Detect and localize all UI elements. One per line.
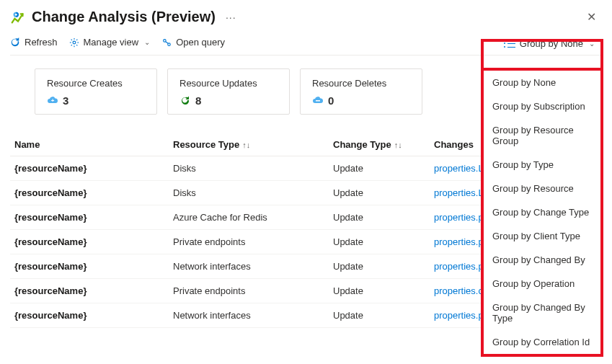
cell-name: {resourceName} bbox=[10, 285, 173, 296]
list-icon bbox=[505, 40, 515, 48]
cell-type: Disks bbox=[173, 163, 333, 174]
svg-point-1 bbox=[15, 13, 17, 15]
page-title: Change Analysis (Preview) bbox=[32, 9, 216, 25]
cell-change-type: Update bbox=[333, 261, 434, 272]
cell-type: Azure Cache for Redis bbox=[173, 212, 333, 223]
toolbar: Refresh Manage view ⌄ Open query Group b… bbox=[10, 32, 603, 56]
svg-line-10 bbox=[76, 39, 77, 40]
col-change-type[interactable]: Change Type↑↓ bbox=[333, 139, 434, 150]
svg-rect-15 bbox=[316, 100, 320, 102]
group-by-dropdown: Group by NoneGroup by SubscriptionGroup … bbox=[481, 68, 603, 357]
cloud-plus-icon: + bbox=[47, 95, 58, 107]
cell-change-type: Update bbox=[333, 236, 434, 247]
cell-type: Network interfaces bbox=[173, 310, 333, 321]
dropdown-item[interactable]: Group by Subscription bbox=[484, 94, 600, 118]
cell-type: Private endpoints bbox=[173, 285, 333, 296]
sort-icon: ↑↓ bbox=[394, 141, 402, 149]
cell-type: Private endpoints bbox=[173, 236, 333, 247]
dropdown-item[interactable]: Group by Operation bbox=[484, 272, 600, 296]
card-resource-creates: Resource Creates + 3 bbox=[35, 68, 157, 115]
card-value: 3 bbox=[63, 94, 68, 107]
dropdown-item[interactable]: Group by None bbox=[484, 71, 600, 94]
cell-name: {resourceName} bbox=[10, 261, 173, 272]
cell-change-type: Update bbox=[333, 310, 434, 321]
cloud-sync-icon bbox=[179, 95, 191, 107]
close-button[interactable]: ✕ bbox=[582, 7, 600, 27]
open-query-label: Open query bbox=[176, 37, 225, 48]
open-query-button[interactable]: Open query bbox=[161, 37, 225, 48]
card-label: Resource Creates bbox=[47, 78, 145, 89]
cell-name: {resourceName} bbox=[10, 163, 173, 174]
cell-change-type: Update bbox=[333, 163, 434, 174]
col-resource-type[interactable]: Resource Type↑↓ bbox=[173, 139, 333, 150]
refresh-button[interactable]: Refresh bbox=[10, 37, 58, 48]
svg-point-11 bbox=[164, 39, 167, 42]
group-by-button[interactable]: Group by None ⌄ bbox=[498, 34, 602, 53]
cell-name: {resourceName} bbox=[10, 187, 173, 198]
manage-view-label: Manage view bbox=[84, 37, 139, 48]
card-value: 0 bbox=[328, 94, 334, 107]
card-resource-deletes: Resource Deletes 0 bbox=[300, 68, 422, 115]
svg-line-8 bbox=[76, 45, 77, 45]
sort-icon: ↑↓ bbox=[242, 141, 250, 149]
refresh-icon bbox=[10, 37, 20, 48]
dropdown-item[interactable]: Group by Changed By Type bbox=[484, 296, 600, 330]
dropdown-item[interactable]: Group by Client Type bbox=[484, 224, 600, 248]
cell-type: Network interfaces bbox=[173, 261, 333, 272]
cell-change-type: Update bbox=[333, 285, 434, 296]
card-label: Resource Deletes bbox=[312, 78, 410, 89]
cloud-minus-icon bbox=[312, 95, 324, 107]
change-analysis-icon bbox=[10, 9, 26, 25]
card-value: 8 bbox=[195, 94, 201, 107]
svg-line-7 bbox=[71, 39, 71, 40]
dropdown-item[interactable]: Group by Correlation Id bbox=[484, 330, 600, 354]
query-icon bbox=[161, 37, 172, 48]
page-header: Change Analysis (Preview) ··· ✕ bbox=[10, 3, 603, 32]
svg-point-12 bbox=[168, 43, 171, 45]
dropdown-item[interactable]: Group by Resource bbox=[484, 177, 600, 200]
more-button[interactable]: ··· bbox=[226, 12, 236, 23]
chevron-down-icon: ⌄ bbox=[144, 38, 150, 46]
dropdown-item[interactable]: Group by Type bbox=[484, 153, 600, 177]
dropdown-item[interactable]: Group by Change Type bbox=[484, 200, 600, 224]
card-resource-updates: Resource Updates 8 bbox=[167, 68, 290, 115]
gear-icon bbox=[69, 37, 79, 48]
group-by-label: Group by None bbox=[520, 38, 583, 49]
svg-text:+: + bbox=[51, 97, 55, 104]
cell-change-type: Update bbox=[333, 187, 434, 198]
chevron-down-icon: ⌄ bbox=[589, 40, 595, 48]
svg-point-2 bbox=[73, 41, 76, 44]
card-label: Resource Updates bbox=[179, 78, 278, 89]
cell-name: {resourceName} bbox=[10, 310, 173, 321]
cell-name: {resourceName} bbox=[10, 212, 173, 223]
cell-type: Disks bbox=[173, 187, 333, 198]
cell-name: {resourceName} bbox=[10, 236, 173, 247]
refresh-label: Refresh bbox=[25, 37, 58, 48]
col-name[interactable]: Name bbox=[10, 139, 173, 150]
dropdown-item[interactable]: Group by Resource Group bbox=[484, 118, 600, 153]
cell-change-type: Update bbox=[333, 212, 434, 223]
manage-view-button[interactable]: Manage view ⌄ bbox=[69, 37, 151, 48]
svg-line-13 bbox=[166, 41, 169, 43]
dropdown-item[interactable]: Group by Changed By bbox=[484, 248, 600, 272]
svg-line-9 bbox=[71, 45, 71, 45]
